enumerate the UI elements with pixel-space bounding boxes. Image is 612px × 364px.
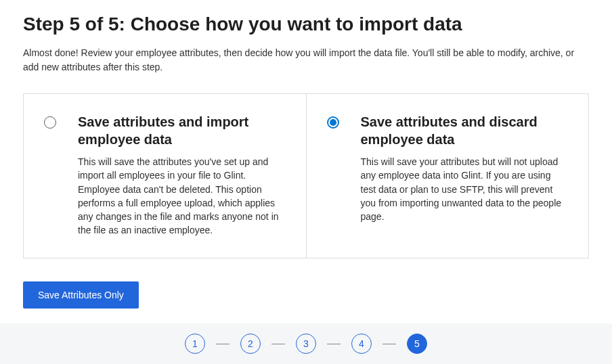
- step-4[interactable]: 4: [351, 334, 372, 354]
- step-1[interactable]: 1: [185, 334, 205, 354]
- option-save-discard[interactable]: Save attributes and discard employee dat…: [307, 94, 589, 258]
- step-connector: [271, 344, 285, 344]
- step-2[interactable]: 2: [240, 334, 261, 354]
- option-save-import[interactable]: Save attributes and import employee data…: [24, 94, 307, 258]
- progress-stepper: 1 2 3 4 5: [0, 323, 612, 364]
- step-connector: [383, 344, 396, 344]
- step-3[interactable]: 3: [296, 334, 316, 354]
- step-connector: [327, 344, 341, 344]
- step-connector: [216, 344, 230, 344]
- option-title: Save attributes and import employee data: [78, 113, 283, 148]
- import-options: Save attributes and import employee data…: [23, 93, 589, 258]
- option-description: This will save the attributes you've set…: [78, 155, 283, 237]
- page-title: Step 5 of 5: Choose how you want to impo…: [23, 14, 589, 35]
- save-attributes-button[interactable]: Save Attributes Only: [23, 281, 139, 309]
- option-description: This will save your attributes but will …: [361, 155, 566, 223]
- option-title: Save attributes and discard employee dat…: [361, 113, 566, 148]
- page-description: Almost done! Review your employee attrib…: [23, 46, 589, 74]
- radio-icon[interactable]: [44, 116, 56, 129]
- radio-icon[interactable]: [327, 116, 339, 129]
- step-5[interactable]: 5: [407, 334, 427, 354]
